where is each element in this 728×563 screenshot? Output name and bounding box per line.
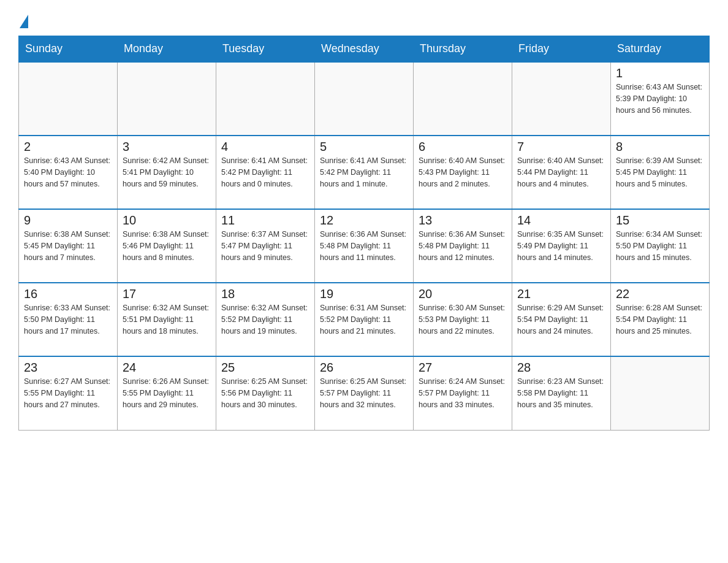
day-info: Sunrise: 6:29 AM Sunset: 5:54 PM Dayligh… [517, 302, 605, 337]
week-row-3: 9Sunrise: 6:38 AM Sunset: 5:45 PM Daylig… [19, 209, 710, 283]
calendar-cell: 18Sunrise: 6:32 AM Sunset: 5:52 PM Dayli… [216, 283, 315, 356]
day-number: 15 [616, 213, 704, 228]
day-number: 23 [24, 361, 112, 375]
day-number: 4 [221, 140, 309, 154]
calendar-cell: 19Sunrise: 6:31 AM Sunset: 5:52 PM Dayli… [315, 283, 414, 356]
day-info: Sunrise: 6:40 AM Sunset: 5:43 PM Dayligh… [419, 155, 507, 190]
calendar-cell: 15Sunrise: 6:34 AM Sunset: 5:50 PM Dayli… [611, 209, 710, 283]
week-row-1: 1Sunrise: 6:43 AM Sunset: 5:39 PM Daylig… [19, 62, 710, 136]
calendar-cell: 6Sunrise: 6:40 AM Sunset: 5:43 PM Daylig… [414, 136, 512, 209]
day-info: Sunrise: 6:25 AM Sunset: 5:57 PM Dayligh… [320, 376, 408, 410]
calendar-cell [611, 356, 710, 430]
calendar-cell: 3Sunrise: 6:42 AM Sunset: 5:41 PM Daylig… [118, 136, 216, 209]
calendar-cell: 8Sunrise: 6:39 AM Sunset: 5:45 PM Daylig… [611, 136, 710, 209]
calendar-cell [512, 62, 611, 136]
calendar-cell: 11Sunrise: 6:37 AM Sunset: 5:47 PM Dayli… [216, 209, 315, 283]
calendar-cell: 28Sunrise: 6:23 AM Sunset: 5:58 PM Dayli… [512, 356, 611, 430]
day-number: 6 [419, 140, 507, 154]
calendar-cell: 1Sunrise: 6:43 AM Sunset: 5:39 PM Daylig… [611, 62, 710, 136]
weekday-header-tuesday: Tuesday [216, 36, 315, 63]
calendar-cell: 21Sunrise: 6:29 AM Sunset: 5:54 PM Dayli… [512, 283, 611, 356]
calendar-cell: 16Sunrise: 6:33 AM Sunset: 5:50 PM Dayli… [19, 283, 118, 356]
day-info: Sunrise: 6:36 AM Sunset: 5:48 PM Dayligh… [320, 229, 408, 263]
day-number: 10 [123, 213, 211, 228]
calendar-cell: 23Sunrise: 6:27 AM Sunset: 5:55 PM Dayli… [19, 356, 118, 430]
day-number: 3 [123, 140, 211, 154]
day-info: Sunrise: 6:33 AM Sunset: 5:50 PM Dayligh… [24, 302, 112, 337]
weekday-header-wednesday: Wednesday [315, 36, 414, 63]
weekday-header-monday: Monday [118, 36, 216, 63]
day-number: 25 [221, 361, 309, 375]
calendar-cell: 25Sunrise: 6:25 AM Sunset: 5:56 PM Dayli… [216, 356, 315, 430]
day-info: Sunrise: 6:40 AM Sunset: 5:44 PM Dayligh… [517, 155, 605, 190]
day-number: 1 [616, 66, 704, 80]
day-number: 26 [320, 361, 408, 375]
day-number: 24 [123, 361, 211, 375]
calendar-cell [216, 62, 315, 136]
calendar-cell [414, 62, 512, 136]
calendar-cell: 12Sunrise: 6:36 AM Sunset: 5:48 PM Dayli… [315, 209, 414, 283]
calendar-cell: 13Sunrise: 6:36 AM Sunset: 5:48 PM Dayli… [414, 209, 512, 283]
day-info: Sunrise: 6:36 AM Sunset: 5:48 PM Dayligh… [419, 229, 507, 263]
calendar-cell: 2Sunrise: 6:43 AM Sunset: 5:40 PM Daylig… [19, 136, 118, 209]
logo [18, 12, 28, 26]
day-info: Sunrise: 6:30 AM Sunset: 5:53 PM Dayligh… [419, 302, 507, 337]
day-info: Sunrise: 6:24 AM Sunset: 5:57 PM Dayligh… [419, 376, 507, 410]
calendar-cell: 17Sunrise: 6:32 AM Sunset: 5:51 PM Dayli… [118, 283, 216, 356]
day-info: Sunrise: 6:43 AM Sunset: 5:40 PM Dayligh… [24, 155, 112, 190]
day-number: 8 [616, 140, 704, 154]
calendar-cell [19, 62, 118, 136]
day-info: Sunrise: 6:38 AM Sunset: 5:45 PM Dayligh… [24, 229, 112, 263]
day-info: Sunrise: 6:31 AM Sunset: 5:52 PM Dayligh… [320, 302, 408, 337]
calendar-cell: 24Sunrise: 6:26 AM Sunset: 5:55 PM Dayli… [118, 356, 216, 430]
day-number: 16 [24, 287, 112, 301]
day-info: Sunrise: 6:41 AM Sunset: 5:42 PM Dayligh… [320, 155, 408, 190]
calendar-cell: 4Sunrise: 6:41 AM Sunset: 5:42 PM Daylig… [216, 136, 315, 209]
day-number: 2 [24, 140, 112, 154]
logo-triangle-icon [20, 15, 28, 28]
day-info: Sunrise: 6:25 AM Sunset: 5:56 PM Dayligh… [221, 376, 309, 410]
calendar-cell: 14Sunrise: 6:35 AM Sunset: 5:49 PM Dayli… [512, 209, 611, 283]
day-number: 11 [221, 213, 309, 228]
calendar-cell: 27Sunrise: 6:24 AM Sunset: 5:57 PM Dayli… [414, 356, 512, 430]
calendar-cell: 22Sunrise: 6:28 AM Sunset: 5:54 PM Dayli… [611, 283, 710, 356]
day-info: Sunrise: 6:27 AM Sunset: 5:55 PM Dayligh… [24, 376, 112, 410]
week-row-2: 2Sunrise: 6:43 AM Sunset: 5:40 PM Daylig… [19, 136, 710, 209]
week-row-5: 23Sunrise: 6:27 AM Sunset: 5:55 PM Dayli… [19, 356, 710, 430]
calendar-cell: 26Sunrise: 6:25 AM Sunset: 5:57 PM Dayli… [315, 356, 414, 430]
day-info: Sunrise: 6:35 AM Sunset: 5:49 PM Dayligh… [517, 229, 605, 263]
day-info: Sunrise: 6:32 AM Sunset: 5:51 PM Dayligh… [123, 302, 211, 337]
day-info: Sunrise: 6:38 AM Sunset: 5:46 PM Dayligh… [123, 229, 211, 263]
day-number: 14 [517, 213, 605, 228]
weekday-header-thursday: Thursday [414, 36, 512, 63]
weekday-header-sunday: Sunday [19, 36, 118, 63]
page-header [18, 12, 710, 26]
day-info: Sunrise: 6:28 AM Sunset: 5:54 PM Dayligh… [616, 302, 704, 337]
calendar-table: SundayMondayTuesdayWednesdayThursdayFrid… [18, 36, 710, 431]
calendar-cell: 5Sunrise: 6:41 AM Sunset: 5:42 PM Daylig… [315, 136, 414, 209]
weekday-header-friday: Friday [512, 36, 611, 63]
calendar-cell [315, 62, 414, 136]
day-number: 20 [419, 287, 507, 301]
day-info: Sunrise: 6:43 AM Sunset: 5:39 PM Dayligh… [616, 82, 704, 116]
day-info: Sunrise: 6:32 AM Sunset: 5:52 PM Dayligh… [221, 302, 309, 337]
day-number: 7 [517, 140, 605, 154]
weekday-header-saturday: Saturday [611, 36, 710, 63]
calendar-cell [118, 62, 216, 136]
day-number: 21 [517, 287, 605, 301]
day-info: Sunrise: 6:42 AM Sunset: 5:41 PM Dayligh… [123, 155, 211, 190]
day-number: 18 [221, 287, 309, 301]
calendar-cell: 20Sunrise: 6:30 AM Sunset: 5:53 PM Dayli… [414, 283, 512, 356]
day-number: 19 [320, 287, 408, 301]
calendar-cell: 9Sunrise: 6:38 AM Sunset: 5:45 PM Daylig… [19, 209, 118, 283]
week-row-4: 16Sunrise: 6:33 AM Sunset: 5:50 PM Dayli… [19, 283, 710, 356]
day-info: Sunrise: 6:26 AM Sunset: 5:55 PM Dayligh… [123, 376, 211, 410]
day-info: Sunrise: 6:39 AM Sunset: 5:45 PM Dayligh… [616, 155, 704, 190]
day-info: Sunrise: 6:41 AM Sunset: 5:42 PM Dayligh… [221, 155, 309, 190]
day-number: 13 [419, 213, 507, 228]
day-info: Sunrise: 6:37 AM Sunset: 5:47 PM Dayligh… [221, 229, 309, 263]
day-info: Sunrise: 6:23 AM Sunset: 5:58 PM Dayligh… [517, 376, 605, 410]
day-info: Sunrise: 6:34 AM Sunset: 5:50 PM Dayligh… [616, 229, 704, 263]
day-number: 28 [517, 361, 605, 375]
day-number: 22 [616, 287, 704, 301]
